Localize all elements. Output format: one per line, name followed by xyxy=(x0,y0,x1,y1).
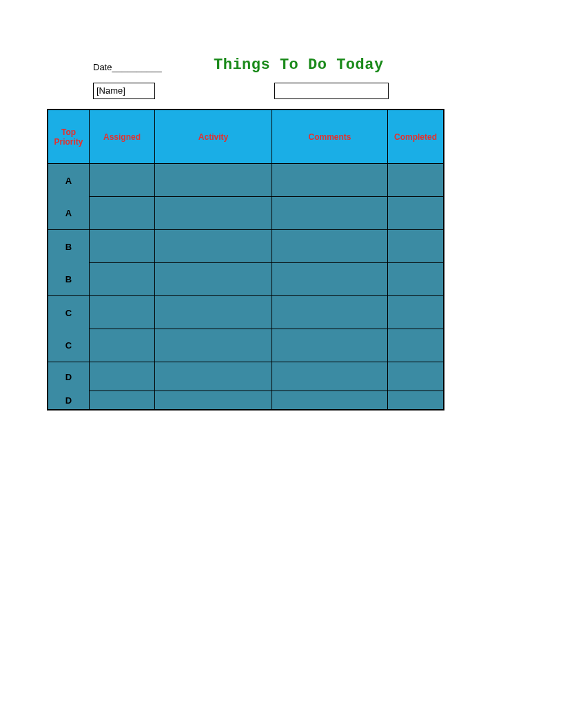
col-header-completed: Completed xyxy=(388,110,443,164)
completed-cell[interactable] xyxy=(388,164,443,197)
comments-cell[interactable] xyxy=(272,329,388,362)
comments-cell[interactable] xyxy=(272,391,388,409)
comments-cell[interactable] xyxy=(272,362,388,391)
activity-cell[interactable] xyxy=(155,197,272,230)
activity-cell[interactable] xyxy=(155,362,272,391)
priority-cell: A xyxy=(48,197,90,230)
blank-field[interactable] xyxy=(274,83,389,99)
priority-cell: A xyxy=(48,164,90,197)
assigned-cell[interactable] xyxy=(90,197,155,230)
comments-cell[interactable] xyxy=(272,230,388,263)
priority-cell: C xyxy=(48,296,90,329)
col-header-activity: Activity xyxy=(155,110,272,164)
col-header-priority: Top Priority xyxy=(48,110,90,164)
assigned-cell[interactable] xyxy=(90,362,155,391)
activity-cell[interactable] xyxy=(155,329,272,362)
completed-cell[interactable] xyxy=(388,197,443,230)
assigned-cell[interactable] xyxy=(90,230,155,263)
assigned-cell[interactable] xyxy=(90,296,155,329)
completed-cell[interactable] xyxy=(388,391,443,409)
priority-cell: D xyxy=(48,391,90,409)
priority-cell: B xyxy=(48,263,90,296)
name-field[interactable]: [Name] xyxy=(93,83,155,99)
activity-cell[interactable] xyxy=(155,230,272,263)
completed-cell[interactable] xyxy=(388,329,443,362)
date-label: Date__________ xyxy=(93,62,162,72)
completed-cell[interactable] xyxy=(388,296,443,329)
comments-cell[interactable] xyxy=(272,296,388,329)
col-header-comments: Comments xyxy=(272,110,388,164)
activity-cell[interactable] xyxy=(155,263,272,296)
activity-cell[interactable] xyxy=(155,164,272,197)
completed-cell[interactable] xyxy=(388,230,443,263)
activity-cell[interactable] xyxy=(155,296,272,329)
assigned-cell[interactable] xyxy=(90,329,155,362)
comments-cell[interactable] xyxy=(272,263,388,296)
comments-cell[interactable] xyxy=(272,197,388,230)
priority-cell: B xyxy=(48,230,90,263)
completed-cell[interactable] xyxy=(388,362,443,391)
page-title: Things To Do Today xyxy=(214,56,384,74)
col-header-assigned: Assigned xyxy=(90,110,155,164)
comments-cell[interactable] xyxy=(272,164,388,197)
todo-table: Top Priority Assigned Activity Comments … xyxy=(47,109,444,410)
assigned-cell[interactable] xyxy=(90,263,155,296)
completed-cell[interactable] xyxy=(388,263,443,296)
priority-cell: C xyxy=(48,329,90,362)
activity-cell[interactable] xyxy=(155,391,272,409)
priority-cell: D xyxy=(48,362,90,391)
assigned-cell[interactable] xyxy=(90,391,155,409)
assigned-cell[interactable] xyxy=(90,164,155,197)
